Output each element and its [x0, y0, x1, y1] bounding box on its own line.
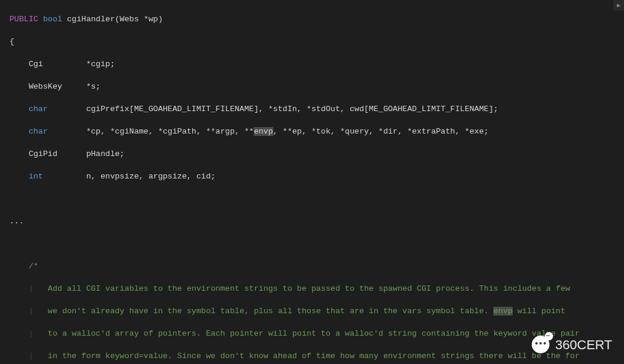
watermark: 360CERT	[532, 336, 612, 353]
code-line: {	[9, 36, 624, 47]
watermark-text: 360CERT	[555, 339, 612, 350]
code-line: char *cp, *cgiName, *cgiPath, **argp, **…	[9, 126, 624, 137]
code-line: char cgiPrefix[ME_GOAHEAD_LIMIT_FILENAME…	[9, 103, 624, 115]
code-line: | Add all CGI variables to the environme…	[9, 283, 624, 294]
chat-icon	[532, 336, 549, 353]
code-ellipsis: ...	[9, 216, 624, 227]
code-line: int n, envpsize, argpsize, cid;	[9, 171, 624, 182]
code-line: | we don't already have in the symbol ta…	[9, 306, 624, 317]
code-line	[9, 238, 624, 249]
code-line: PUBLIC bool cgiHandler(Webs *wp)	[9, 14, 624, 25]
code-line: CgiPid pHandle;	[9, 148, 624, 160]
code-line: Cgi *cgip;	[9, 58, 624, 70]
code-line: /*	[9, 261, 624, 272]
code-line	[9, 193, 624, 204]
code-line: WebsKey *s;	[9, 81, 624, 92]
code-editor[interactable]: PUBLIC bool cgiHandler(Webs *wp) { Cgi *…	[0, 0, 624, 364]
scroll-right-icon[interactable]: ▶	[613, 0, 624, 11]
